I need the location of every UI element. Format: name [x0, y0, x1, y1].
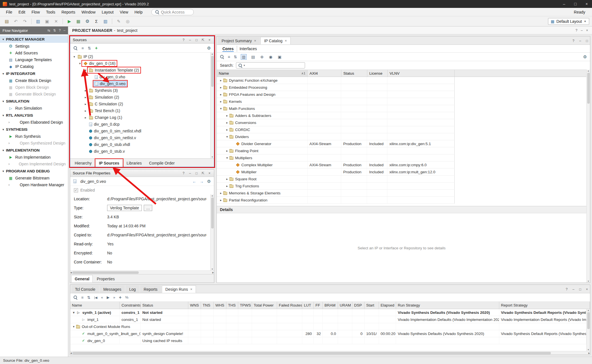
properties-panel-header[interactable]: Source File Properties	[70, 170, 214, 177]
ipcatalog-row-multipliers[interactable]: ▾Multipliers	[217, 154, 455, 161]
chevron-right-icon[interactable]: ▸	[225, 149, 229, 153]
menu-item-reports[interactable]: Reports	[58, 9, 78, 15]
horizontal-scrollbar[interactable]: ◀▶	[70, 351, 590, 355]
hierarchy-view-icon[interactable]	[241, 54, 247, 60]
flownav-section-project-manager[interactable]: ▾PROJECT MANAGER	[0, 35, 68, 43]
debug-probe-icon[interactable]	[124, 18, 132, 25]
flownav-section-synthesis[interactable]: ▾SYNTHESIS	[0, 126, 68, 133]
tree-row-div-gen-0-sim-netlist-vhdl[interactable]: div_gen_0_sim_netlist.vhdl	[70, 128, 210, 134]
column-header-start[interactable]: Start	[365, 302, 379, 309]
help-icon[interactable]	[571, 39, 575, 43]
layout-selector[interactable]: Default Layout ▼	[548, 18, 589, 25]
menu-item-flow[interactable]: Flow	[28, 9, 43, 15]
tree-item-div-gen-0-stub-vhdl[interactable]: div_gen_0_stub.vhdl	[88, 142, 131, 147]
help-icon[interactable]: ?	[576, 28, 578, 32]
chevron-right-icon[interactable]: ▸	[218, 191, 223, 195]
tab-ip-sources[interactable]: IP Sources	[96, 159, 123, 167]
enabled-checkbox[interactable]	[74, 188, 78, 192]
chevron-down-icon[interactable]: ▾	[83, 68, 88, 72]
launch-runs-icon[interactable]	[107, 295, 109, 299]
reports-icon[interactable]	[101, 18, 109, 25]
tree-item-div-gen-0-16[interactable]: div_gen_0 (16)	[82, 61, 116, 66]
tree-row-div-gen-0-vho[interactable]: div_gen_0.vho	[70, 74, 210, 80]
horizontal-scrollbar[interactable]: ◀▶	[70, 270, 214, 274]
help-icon[interactable]	[182, 171, 185, 175]
column-header-ths[interactable]: THS	[226, 302, 238, 309]
search-icon[interactable]	[73, 295, 78, 299]
menu-item-tools[interactable]: Tools	[43, 9, 58, 15]
report-summary-icon[interactable]	[92, 18, 100, 25]
float-icon[interactable]	[201, 38, 205, 42]
chevron-down-icon[interactable]: ▾	[71, 311, 76, 314]
flownav-item-add-sources[interactable]: Add Sources	[0, 50, 68, 56]
minimize-icon[interactable]: –	[581, 28, 583, 32]
flownav-item-run-simulation[interactable]: Run Simulation	[0, 105, 68, 112]
ipcatalog-row-embedded-processing[interactable]: ▸Embedded Processing	[217, 84, 455, 91]
vertical-scrollbar[interactable]: ▲▼	[210, 53, 214, 158]
chevron-down-icon[interactable]: ▾	[72, 55, 77, 59]
ipcatalog-row-trig-functions[interactable]: ▸Trig Functions	[217, 183, 455, 190]
tree-item-div-gen-0-vho[interactable]: div_gen_0.vho	[94, 74, 126, 79]
tree-item-ip-2[interactable]: IP (2)	[77, 54, 94, 59]
add-sources-icon[interactable]	[95, 46, 98, 51]
ipcatalog-row-multiplier[interactable]: MultiplierProductionIncludedxilinx.com:i…	[217, 168, 455, 176]
column-header-status[interactable]: Status	[141, 302, 188, 309]
tab-project-summary[interactable]: Project Summary×	[218, 37, 260, 45]
run-row-div-gen-0[interactable]: ✓div_gen_0Using cached IP results	[70, 337, 586, 344]
help-icon[interactable]	[565, 287, 569, 291]
settings-gear-icon[interactable]	[207, 179, 211, 184]
expand-all-icon[interactable]	[87, 295, 90, 300]
column-header-lut[interactable]: LUT	[302, 302, 314, 309]
ipcatalog-row-math-functions[interactable]: ▾Math Functions	[217, 105, 455, 112]
column-header-total-power[interactable]: Total Power	[252, 302, 277, 309]
chevron-right-icon[interactable]: ▸	[83, 109, 88, 113]
settings-gear-icon[interactable]	[583, 54, 587, 59]
run-row-impl-1[interactable]: ▷impl_1constrs_1Not startedVivado Implem…	[70, 316, 586, 323]
float-icon[interactable]	[201, 171, 205, 175]
tree-item-test-bench-1[interactable]: Test Bench (1)	[88, 108, 121, 113]
run-row-mult-gen-0-synth-1[interactable]: ✓mult_gen_0_synth_1mult_gen_0synth_desig…	[70, 330, 586, 337]
back-icon[interactable]: ←	[193, 179, 196, 184]
percent-icon[interactable]	[125, 295, 129, 299]
run-row-out-of-context-module-runs[interactable]: ▾Out-of-Context Module Runs	[70, 323, 586, 330]
tab-compile-order[interactable]: Compile Order	[146, 159, 178, 167]
chevron-right-icon[interactable]: ▸	[218, 86, 223, 89]
tree-row-div-gen-0-veo[interactable]: div_gen_0.veo	[70, 80, 210, 87]
close-icon[interactable]: ×	[586, 28, 588, 32]
chevron-down-icon[interactable]: ▾	[218, 107, 223, 110]
tree-item-change-log-1[interactable]: Change Log (1)	[88, 115, 123, 120]
sources-panel-header[interactable]: Sources	[70, 36, 214, 44]
ipcatalog-row-memories-storage-elements[interactable]: ▸Memories & Storage Elements	[217, 190, 455, 197]
tab-messages[interactable]: Messages	[100, 285, 125, 293]
quick-access-box[interactable]: Quick Access	[151, 9, 194, 15]
tree-row-simulation-2[interactable]: ▸Simulation (2)	[70, 94, 210, 101]
menu-item-view[interactable]: View	[117, 9, 131, 15]
vertical-scrollbar[interactable]: ▲▼	[586, 70, 590, 283]
menu-item-help[interactable]: Help	[131, 9, 146, 15]
copy-icon[interactable]	[43, 18, 51, 25]
create-run-icon[interactable]	[119, 295, 122, 300]
maximize-icon[interactable]	[195, 38, 198, 42]
tree-item-div-gen-0-sim-netlist-v[interactable]: div_gen_0_sim_netlist.v	[88, 135, 137, 140]
menu-item-layout[interactable]: Layout	[99, 9, 117, 15]
flownav-item-language-templates[interactable]: Language Templates	[0, 56, 68, 63]
tree-row-change-log-1[interactable]: ▸Change Log (1)	[70, 114, 210, 121]
help-icon[interactable]	[182, 38, 185, 42]
program-device-icon[interactable]	[74, 18, 82, 25]
flownav-section-implementation[interactable]: ▾IMPLEMENTATION	[0, 147, 68, 154]
tab-tcl-console[interactable]: Tcl Console	[71, 285, 99, 293]
chevron-right-icon[interactable]: ▸	[225, 114, 229, 117]
tab-hierarchy[interactable]: Hierarchy	[71, 159, 95, 167]
column-header-tpws[interactable]: TPWS	[238, 302, 252, 309]
tree-item-simulation-2[interactable]: Simulation (2)	[88, 95, 120, 100]
ipcatalog-row-kernels[interactable]: ▸Kernels	[217, 98, 455, 105]
tab-reports[interactable]: Reports	[140, 285, 161, 293]
close-icon[interactable]: ×	[285, 39, 287, 43]
chevron-right-icon[interactable]: ▸	[83, 102, 88, 106]
ipcatalog-search-input[interactable]: ▾	[236, 62, 305, 68]
tree-item-synthesis-3[interactable]: Synthesis (3)	[88, 88, 119, 93]
minimize-icon[interactable]	[571, 287, 575, 291]
tree-item-div-gen-0-veo[interactable]: div_gen_0.veo	[94, 81, 127, 86]
column-header-failed-routes[interactable]: Failed Routes	[277, 302, 302, 309]
maximize-icon[interactable]	[195, 171, 198, 175]
